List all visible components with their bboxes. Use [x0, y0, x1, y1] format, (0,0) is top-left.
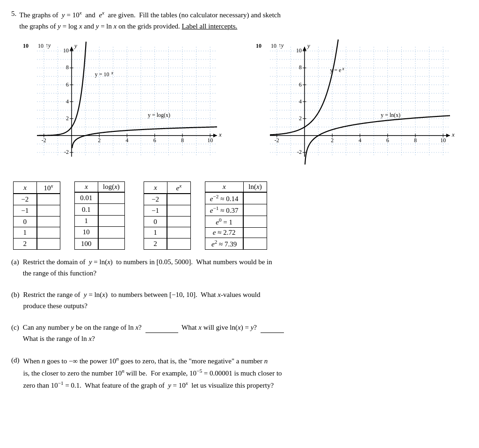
- graph1-container: [11, 37, 235, 175]
- table-logx-col1-header: x: [75, 182, 98, 193]
- graph2-container: [244, 37, 468, 175]
- part-c-label: (c): [11, 322, 19, 333]
- table-10x: x 10x −2 −1 0 1 2: [13, 181, 60, 250]
- table-row: −1: [14, 205, 60, 216]
- part-c-text: Can any number y be on the range of ln x…: [23, 322, 286, 344]
- table-logx-col2-header: log(x): [98, 182, 125, 193]
- part-b-label: (b): [11, 289, 20, 300]
- table-row: 1: [75, 215, 125, 226]
- table-group-right: x ex −2 −1 0 1 2 x ln(x) e−2 ≈ 0.14: [144, 181, 267, 250]
- table-row: 10: [75, 227, 125, 238]
- parts: (a) Restrict the domain of y = ln(x) to …: [11, 256, 468, 391]
- table-lnx: x ln(x) e−2 ≈ 0.14 e−1 ≈ 0.37 e0 = 1 e ≈…: [205, 181, 267, 250]
- part-d-text: When n goes to −∞ the power 10n goes to …: [23, 354, 282, 391]
- table-10x-col1-header: x: [14, 182, 37, 194]
- tables-row: x 10x −2 −1 0 1 2 x log(x) 0.01 0.1: [11, 181, 468, 250]
- table-row: e ≈ 2.72: [205, 228, 267, 238]
- table-row: −2: [144, 194, 190, 205]
- table-row: e−1 ≈ 0.37: [205, 204, 267, 216]
- graph1-canvas: [11, 37, 226, 173]
- table-lnx-col2-header: ln(x): [243, 182, 267, 193]
- table-row: 1: [144, 227, 190, 238]
- table-row: 2: [144, 238, 190, 250]
- table-row: 1: [14, 227, 60, 238]
- part-a: (a) Restrict the domain of y = ln(x) to …: [11, 256, 468, 279]
- table-ex-col2-header: ex: [167, 182, 190, 194]
- part-a-text: Restrict the domain of y = ln(x) to numb…: [23, 256, 272, 279]
- table-row: −1: [144, 205, 190, 216]
- table-ex-col1-header: x: [144, 182, 167, 194]
- header-text: The graphs of y = 10x and ex are given. …: [19, 8, 281, 32]
- table-group-left: x 10x −2 −1 0 1 2 x log(x) 0.01 0.1: [13, 181, 125, 250]
- table-row: 100: [75, 238, 125, 249]
- table-lnx-col1-header: x: [205, 182, 243, 193]
- table-row: e−2 ≈ 0.14: [205, 192, 267, 204]
- table-row: e0 = 1: [205, 216, 267, 228]
- table-logx: x log(x) 0.01 0.1 1 10 100: [74, 181, 125, 250]
- table-row: 2: [14, 238, 60, 250]
- problem-number: 5.: [11, 8, 16, 32]
- part-b: (b) Restrict the range of y = ln(x) to n…: [11, 289, 468, 311]
- table-10x-col2-header: 10x: [37, 182, 60, 194]
- part-d: (d) When n goes to −∞ the power 10n goes…: [11, 354, 468, 391]
- problem-header: 5. The graphs of y = 10x and ex are give…: [11, 8, 468, 32]
- table-row: 0: [144, 216, 190, 227]
- table-row: 0.01: [75, 192, 125, 204]
- table-row: 0: [14, 216, 60, 227]
- part-a-label: (a): [11, 256, 19, 267]
- part-d-label: (d): [11, 354, 20, 366]
- table-row: e2 ≈ 7.39: [205, 238, 267, 250]
- table-row: −2: [14, 194, 60, 205]
- part-b-text: Restrict the range of y = ln(x) to numbe…: [23, 289, 261, 311]
- blank-c2[interactable]: [261, 332, 284, 333]
- blank-c1[interactable]: [145, 332, 178, 333]
- table-row: 0.1: [75, 204, 125, 215]
- part-c: (c) Can any number y be on the range of …: [11, 322, 468, 344]
- graph2-canvas: [244, 37, 459, 173]
- graphs-row: [11, 37, 468, 175]
- table-ex: x ex −2 −1 0 1 2: [144, 181, 191, 250]
